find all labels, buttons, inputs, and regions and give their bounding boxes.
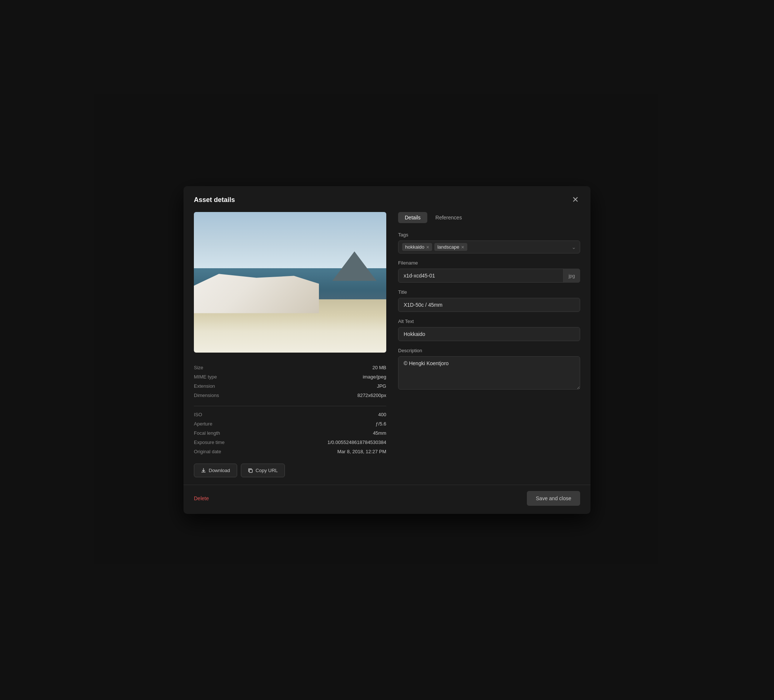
alt-text-label: Alt Text	[398, 319, 580, 324]
tags-chevron-icon[interactable]: ⌄	[572, 244, 576, 250]
description-textarea[interactable]	[398, 356, 580, 390]
meta-mime-value: image/jpeg	[362, 374, 386, 380]
tag-landscape-label: landscape	[437, 244, 459, 250]
meta-row-mime: MIME type image/jpeg	[194, 372, 386, 381]
description-field-group: Description	[398, 348, 580, 391]
dialog-title: Asset details	[194, 196, 235, 204]
meta-row-focal-length: Focal length 45mm	[194, 429, 386, 438]
meta-dim-label: Dimensions	[194, 392, 219, 398]
filename-field-group: Filename jpg	[398, 260, 580, 283]
action-buttons: Download Copy URL	[194, 463, 386, 477]
filename-extension: jpg	[563, 269, 580, 283]
meta-row-extension: Extension JPG	[194, 381, 386, 391]
copy-url-button[interactable]: Copy URL	[241, 463, 285, 477]
delete-label: Delete	[194, 495, 209, 501]
title-field-group: Title	[398, 289, 580, 312]
dialog-body: Size 20 MB MIME type image/jpeg Extensio…	[184, 212, 590, 485]
meta-size-value: 20 MB	[372, 365, 386, 370]
title-input[interactable]	[398, 298, 580, 312]
scene-snow	[194, 274, 319, 313]
image-container	[194, 212, 386, 352]
meta-aperture-value: ƒ/5.6	[375, 421, 386, 427]
meta-iso-value: 400	[378, 412, 386, 417]
tabs: Details References	[398, 212, 580, 223]
meta-focal-value: 45mm	[373, 430, 386, 436]
meta-date-label: Original date	[194, 449, 221, 454]
alt-text-input[interactable]	[398, 327, 580, 341]
tags-label: Tags	[398, 232, 580, 238]
title-label: Title	[398, 289, 580, 295]
asset-details-dialog: Asset details ✕	[184, 186, 590, 514]
tag-hokkaido: hokkaido ×	[402, 243, 432, 251]
modal-overlay: Asset details ✕	[0, 0, 774, 700]
meta-row-date: Original date Mar 8, 2018, 12:27 PM	[194, 447, 386, 456]
right-panel: Details References Tags hokkaido ×	[398, 212, 580, 477]
save-and-close-button[interactable]: Save and close	[527, 491, 580, 506]
copy-icon	[248, 468, 253, 473]
filename-label: Filename	[398, 260, 580, 266]
meta-aperture-label: Aperture	[194, 421, 212, 427]
meta-row-dimensions: Dimensions 8272x6200px	[194, 391, 386, 400]
download-button[interactable]: Download	[194, 463, 237, 477]
meta-divider	[194, 406, 386, 406]
tag-hokkaido-remove[interactable]: ×	[426, 245, 429, 250]
meta-date-value: Mar 8, 2018, 12:27 PM	[337, 449, 386, 454]
tag-hokkaido-label: hokkaido	[405, 244, 424, 250]
image-preview	[194, 212, 386, 352]
close-icon: ✕	[572, 196, 579, 204]
filename-input[interactable]	[398, 269, 580, 283]
tab-references[interactable]: References	[429, 212, 469, 223]
tags-container[interactable]: hokkaido × landscape × ⌄	[398, 240, 580, 253]
description-label: Description	[398, 348, 580, 353]
close-button[interactable]: ✕	[571, 194, 580, 205]
alt-text-field-group: Alt Text	[398, 319, 580, 341]
tag-landscape-remove[interactable]: ×	[461, 245, 464, 250]
meta-size-label: Size	[194, 365, 203, 370]
meta-row-aperture: Aperture ƒ/5.6	[194, 419, 386, 429]
meta-mime-label: MIME type	[194, 374, 217, 380]
meta-row-exposure: Exposure time 1/0.0055248618784530384	[194, 438, 386, 447]
meta-ext-value: JPG	[377, 383, 386, 389]
meta-focal-label: Focal length	[194, 430, 220, 436]
meta-row-iso: ISO 400	[194, 410, 386, 419]
tab-references-label: References	[435, 215, 462, 220]
tab-details-label: Details	[405, 215, 421, 220]
tags-field-group: Tags hokkaido × landscape ×	[398, 232, 580, 253]
svg-rect-0	[250, 470, 252, 472]
meta-iso-label: ISO	[194, 412, 202, 417]
tag-landscape: landscape ×	[434, 243, 467, 251]
delete-button[interactable]: Delete	[194, 493, 209, 503]
tag-landscape-remove-icon: ×	[461, 245, 464, 250]
meta-ext-label: Extension	[194, 383, 215, 389]
dialog-footer: Delete Save and close	[184, 485, 590, 514]
meta-exposure-label: Exposure time	[194, 440, 225, 445]
metadata-section-1: Size 20 MB MIME type image/jpeg Extensio…	[194, 363, 386, 400]
meta-dim-value: 8272x6200px	[357, 392, 386, 398]
meta-row-size: Size 20 MB	[194, 363, 386, 372]
download-icon	[201, 468, 206, 473]
tag-hokkaido-remove-icon: ×	[426, 245, 429, 250]
left-panel: Size 20 MB MIME type image/jpeg Extensio…	[194, 212, 386, 477]
dialog-header: Asset details ✕	[184, 186, 590, 212]
metadata-section-2: ISO 400 Aperture ƒ/5.6 Focal length 45mm…	[194, 410, 386, 456]
filename-wrapper: jpg	[398, 269, 580, 283]
copy-url-label: Copy URL	[256, 468, 278, 473]
download-label: Download	[209, 468, 230, 473]
save-label: Save and close	[536, 495, 571, 501]
meta-exposure-value: 1/0.0055248618784530384	[327, 440, 386, 445]
tab-details[interactable]: Details	[398, 212, 427, 223]
